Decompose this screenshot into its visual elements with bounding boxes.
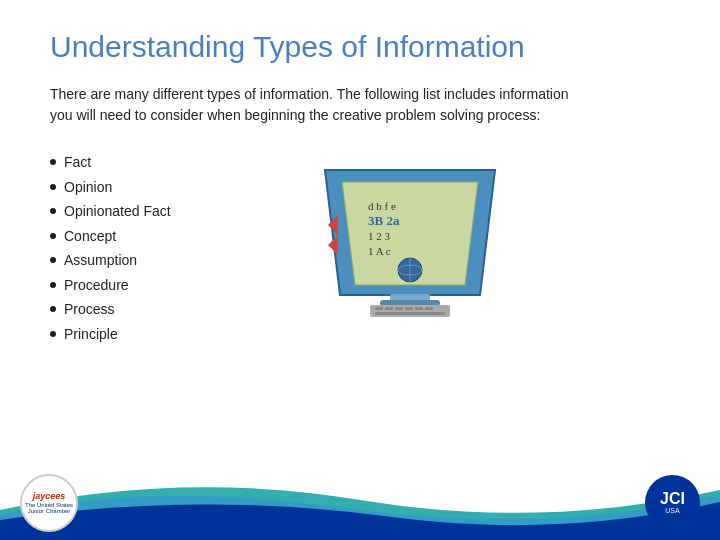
svg-text:d  b  f  e: d b f e (368, 200, 396, 212)
bullet-text: Principle (64, 322, 118, 347)
list-item: Assumption (50, 248, 250, 273)
bullet-text: Assumption (64, 248, 137, 273)
bullet-text: Procedure (64, 273, 129, 298)
svg-rect-16 (395, 307, 403, 310)
bullet-dot-icon (50, 257, 56, 263)
slide: Understanding Types of Information There… (0, 0, 720, 540)
slide-title: Understanding Types of Information (50, 30, 670, 64)
body-text: There are many different types of inform… (50, 84, 570, 126)
footer: jaycees The United States Junior Chamber… (0, 460, 720, 540)
bullet-text: Process (64, 297, 115, 322)
bullet-dot-icon (50, 159, 56, 165)
svg-rect-13 (370, 305, 450, 317)
list-item: Procedure (50, 273, 250, 298)
jci-text: JCI (660, 491, 685, 507)
list-item: Opinionated Fact (50, 199, 250, 224)
svg-text:1  2  3: 1 2 3 (368, 230, 391, 242)
bullet-text: Opinionated Fact (64, 199, 171, 224)
list-item: Concept (50, 224, 250, 249)
bullet-dot-icon (50, 208, 56, 214)
bullet-dot-icon (50, 331, 56, 337)
svg-rect-14 (375, 307, 383, 310)
svg-text:3B  2a: 3B 2a (368, 213, 400, 228)
list-item: Process (50, 297, 250, 322)
svg-rect-19 (425, 307, 433, 310)
bullet-dot-icon (50, 306, 56, 312)
svg-rect-17 (405, 307, 413, 310)
bullet-text: Concept (64, 224, 116, 249)
bullet-list: FactOpinionOpinionated FactConceptAssump… (50, 150, 250, 346)
jaycees-subtext: The United States Junior Chamber (22, 502, 76, 514)
content-area: Understanding Types of Information There… (0, 0, 720, 540)
jci-logo: JCI USA (645, 475, 700, 530)
list-item: Opinion (50, 175, 250, 200)
bullet-text: Fact (64, 150, 91, 175)
list-item: Principle (50, 322, 250, 347)
svg-text:1  A  c: 1 A c (368, 245, 391, 257)
svg-rect-20 (375, 312, 445, 315)
jaycees-circle: jaycees The United States Junior Chamber (20, 474, 78, 532)
bullet-dot-icon (50, 282, 56, 288)
bullet-dot-icon (50, 233, 56, 239)
jaycees-logo: jaycees The United States Junior Chamber (20, 474, 78, 532)
main-section: FactOpinionOpinionated FactConceptAssump… (50, 150, 670, 346)
bullet-text: Opinion (64, 175, 112, 200)
svg-rect-15 (385, 307, 393, 310)
svg-rect-18 (415, 307, 423, 310)
list-item: Fact (50, 150, 250, 175)
jaycees-text: jaycees (22, 492, 76, 502)
illustration: d b f e 3B 2a 1 2 3 1 A c (310, 140, 510, 330)
bullet-dot-icon (50, 184, 56, 190)
jci-subtext: USA (665, 507, 679, 514)
